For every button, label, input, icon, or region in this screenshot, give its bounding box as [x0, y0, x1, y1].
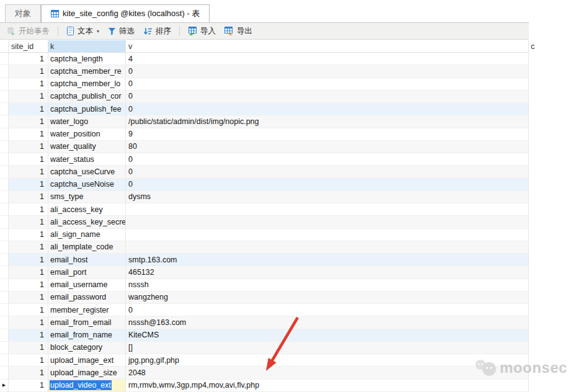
table-row[interactable]: 1 sms_type dysms [0, 191, 529, 203]
table-row[interactable]: 1 ali_sign_name [0, 229, 529, 241]
cell-k[interactable]: captcha_useNoise [48, 179, 126, 190]
row-selector[interactable] [0, 78, 9, 90]
table-row[interactable]: 1 email_port 465132 [0, 266, 529, 278]
table-row[interactable]: 1 ali_access_key_secre [0, 216, 529, 228]
table-row[interactable]: 1 captcha_useNoise 0 [0, 179, 529, 191]
tab-table[interactable]: kite_site_config @kites (localhost) - 表 [41, 4, 210, 22]
row-selector[interactable] [0, 53, 9, 65]
cell-site-id[interactable]: 1 [9, 367, 48, 378]
table-row[interactable]: 1 email_password wangzheng [0, 292, 529, 304]
cell-v[interactable]: jpg,png,gif,php [126, 354, 529, 366]
cell-k[interactable]: captcha_member_re [48, 65, 126, 77]
row-selector[interactable] [0, 279, 9, 291]
cell-v[interactable]: rm,rmvb,wmv,3gp,mp4,mov,avi,flv,php [126, 380, 529, 391]
table-row[interactable]: 1 captcha_publish_fee 0 [0, 103, 529, 115]
cell-k[interactable]: water_quality [48, 141, 126, 153]
row-selector[interactable] [0, 367, 9, 378]
export-button[interactable]: 导出 [220, 23, 257, 39]
cell-site-id[interactable]: 1 [9, 254, 48, 265]
cell-k[interactable]: upload_image_size [48, 367, 126, 378]
cell-v[interactable]: smtp.163.com [126, 254, 529, 265]
cell-v[interactable] [126, 203, 529, 215]
cell-k[interactable]: captcha_member_lo [48, 78, 126, 90]
row-selector[interactable] [0, 329, 9, 341]
row-selector[interactable] [0, 128, 9, 140]
row-selector[interactable] [0, 229, 9, 241]
cell-k[interactable]: email_from_email [48, 316, 126, 328]
cell-k[interactable]: email_host [48, 254, 126, 265]
table-row[interactable]: 1 upload_image_ext jpg,png,gif,php [0, 354, 529, 367]
row-selector[interactable] [0, 179, 9, 190]
begin-transaction-button[interactable]: 开始事务 [2, 23, 54, 39]
cell-site-id[interactable]: 1 [9, 78, 48, 90]
cell-site-id[interactable]: 1 [9, 179, 48, 190]
cell-k[interactable]: email_username [48, 279, 126, 291]
cell-k[interactable]: email_port [48, 266, 126, 278]
cell-k[interactable]: captcha_length [48, 53, 126, 65]
table-row[interactable]: 1 block_category [] [0, 342, 529, 354]
cell-k[interactable]: ali_sign_name [48, 229, 126, 241]
cell-site-id[interactable]: 1 [9, 115, 48, 127]
row-selector[interactable] [0, 241, 9, 253]
cell-site-id[interactable]: 1 [9, 229, 48, 241]
cell-site-id[interactable]: 1 [9, 166, 48, 177]
cell-v[interactable]: wangzheng [126, 292, 529, 303]
cell-v[interactable]: [] [126, 342, 529, 354]
row-selector[interactable] [0, 141, 9, 153]
cell-k[interactable]: water_status [48, 153, 126, 165]
row-selector[interactable] [0, 65, 9, 77]
cell-site-id[interactable]: 1 [9, 216, 48, 228]
cell-site-id[interactable]: 1 [9, 128, 48, 140]
cell-v[interactable]: nsssh [126, 279, 529, 291]
selected-cell-text[interactable]: upload_video_ext [50, 380, 112, 390]
table-row[interactable]: 1 water_logo /public/static/admin/dist/i… [0, 115, 529, 128]
cell-site-id[interactable]: 1 [9, 103, 48, 115]
row-selector[interactable] [0, 91, 9, 102]
cell-site-id[interactable]: 1 [9, 203, 48, 215]
cell-site-id[interactable]: 1 [9, 153, 48, 165]
table-row[interactable]: 1 email_from_email nsssh@163.com [0, 316, 529, 329]
row-selector[interactable] [0, 266, 9, 278]
table-row[interactable]: 1 water_position 9 [0, 128, 529, 141]
row-selector-header[interactable] [0, 40, 9, 52]
cell-k[interactable]: water_logo [48, 115, 126, 127]
text-view-button[interactable]: 文本 ▾ [62, 23, 104, 39]
table-row[interactable]: 1 member_register 0 [0, 304, 529, 316]
table-row[interactable]: 1 email_username nsssh [0, 279, 529, 292]
cell-site-id[interactable]: 1 [9, 279, 48, 291]
cell-site-id[interactable]: 1 [9, 380, 48, 391]
cell-k[interactable]: member_register [48, 304, 126, 316]
cell-v[interactable]: 2048 [126, 367, 529, 378]
cell-site-id[interactable]: 1 [9, 329, 48, 341]
column-header-k[interactable]: k [48, 40, 126, 52]
table-row[interactable]: 1 water_quality 80 [0, 141, 529, 153]
cell-k[interactable]: block_category [48, 342, 126, 354]
cell-site-id[interactable]: 1 [9, 316, 48, 328]
cell-site-id[interactable]: 1 [9, 65, 48, 77]
row-selector[interactable] [0, 115, 9, 127]
table-row[interactable]: 1 upload_image_size 2048 [0, 367, 529, 379]
row-selector[interactable]: ▶ [0, 380, 9, 391]
row-selector[interactable] [0, 103, 9, 115]
row-selector[interactable] [0, 254, 9, 265]
cell-v[interactable]: 465132 [126, 266, 529, 278]
table-row[interactable]: 1 ali_template_code [0, 241, 529, 254]
cell-v[interactable]: 0 [126, 153, 529, 165]
column-header-site-id[interactable]: site_id [9, 40, 48, 52]
cell-v[interactable]: 4 [126, 53, 529, 65]
cell-site-id[interactable]: 1 [9, 241, 48, 253]
cell-k[interactable]: captcha_publish_cor [48, 91, 126, 102]
tab-objects[interactable]: 对象 [5, 4, 41, 22]
cell-k[interactable]: sms_type [48, 191, 126, 203]
cell-site-id[interactable]: 1 [9, 141, 48, 153]
cell-v[interactable] [126, 216, 529, 228]
cell-v[interactable]: 80 [126, 141, 529, 153]
cell-v[interactable] [126, 241, 529, 253]
row-selector[interactable] [0, 354, 9, 366]
row-selector[interactable] [0, 216, 9, 228]
cell-site-id[interactable]: 1 [9, 266, 48, 278]
cell-site-id[interactable]: 1 [9, 292, 48, 303]
cell-v[interactable]: /public/static/admin/dist/img/nopic.png [126, 115, 529, 127]
table-row[interactable]: 1 ali_access_key [0, 203, 529, 216]
import-button[interactable]: 导入 [184, 23, 220, 39]
